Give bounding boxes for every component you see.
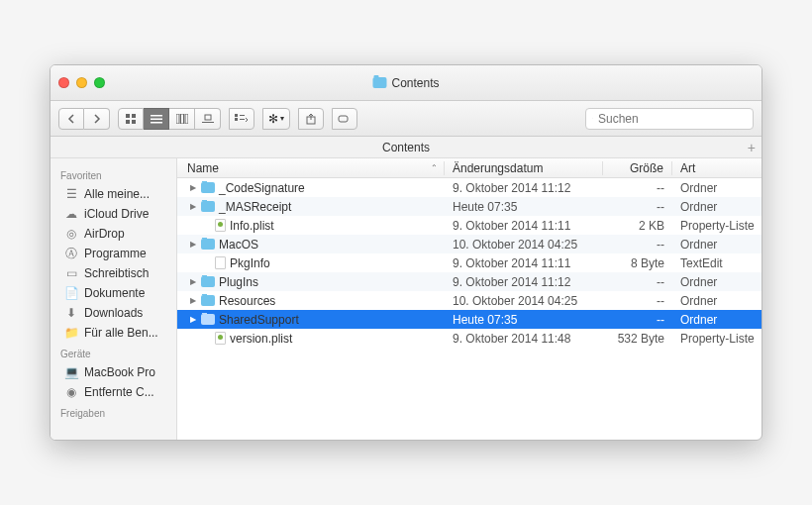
file-row[interactable]: version.plist9. Oktober 2014 11:48532 By… <box>177 329 761 348</box>
file-name: PlugIns <box>219 275 258 289</box>
file-size: 2 KB <box>603 219 672 233</box>
folder-icon <box>372 77 386 88</box>
svg-rect-13 <box>235 118 238 121</box>
gear-icon: ✻ <box>268 112 278 126</box>
file-date: Heute 07:35 <box>445 200 603 214</box>
file-kind: Ordner <box>672 181 761 195</box>
file-date: 10. Oktober 2014 04:25 <box>445 294 603 308</box>
disclosure-triangle-icon[interactable]: ▶ <box>189 296 197 305</box>
minimize-button[interactable] <box>76 77 87 88</box>
window-controls <box>58 77 105 88</box>
file-row[interactable]: ▶PlugIns9. Oktober 2014 11:12--Ordner <box>177 272 761 291</box>
svg-rect-2 <box>126 120 130 124</box>
sidebar-item[interactable]: ◎AirDrop <box>51 224 176 244</box>
sidebar-item[interactable]: ⬇Downloads <box>51 303 176 323</box>
toolbar: ✻▾ <box>51 101 761 137</box>
disclosure-triangle-icon[interactable]: ▶ <box>189 277 197 286</box>
sidebar-item[interactable]: ▭Schreibtisch <box>51 263 176 283</box>
sidebar-item-label: Entfernte C... <box>84 385 154 399</box>
sidebar-item[interactable]: ☁iCloud Drive <box>51 204 176 224</box>
airdrop-icon: ◎ <box>64 227 78 241</box>
sidebar-item[interactable]: 📁Für alle Ben... <box>51 323 176 343</box>
tags-button[interactable] <box>332 108 357 130</box>
new-tab-button[interactable]: + <box>748 140 756 155</box>
sidebar-item-label: AirDrop <box>84 227 125 241</box>
folder-icon <box>201 295 215 306</box>
plist-icon <box>215 219 226 232</box>
file-name: _MASReceipt <box>219 200 291 214</box>
file-size: 532 Byte <box>603 332 672 346</box>
tab-label[interactable]: Contents <box>382 141 430 154</box>
search-field[interactable] <box>585 108 754 130</box>
folder-icon <box>201 314 215 325</box>
file-name: PkgInfo <box>230 256 270 270</box>
column-size-header[interactable]: Größe <box>603 161 672 175</box>
svg-rect-8 <box>180 114 183 124</box>
column-view-button[interactable] <box>169 108 195 130</box>
search-input[interactable] <box>598 112 747 126</box>
file-size: -- <box>603 238 672 252</box>
disclosure-triangle-icon[interactable]: ▶ <box>189 240 197 249</box>
icon-view-button[interactable] <box>118 108 144 130</box>
file-kind: Ordner <box>672 200 761 214</box>
back-button[interactable] <box>58 108 84 130</box>
sidebar-item-label: MacBook Pro <box>84 365 155 379</box>
file-row[interactable]: ▶MacOS10. Oktober 2014 04:25--Ordner <box>177 235 761 253</box>
finder-window: Contents ✻▾ Contents <box>50 64 762 441</box>
coverflow-view-button[interactable] <box>195 108 221 130</box>
folder-icon <box>201 276 215 287</box>
sidebar-section-header: Favoriten <box>51 164 176 184</box>
sidebar-section-header: Geräte <box>51 343 176 362</box>
svg-rect-12 <box>235 114 238 117</box>
sidebar-item-label: Programme <box>84 247 147 260</box>
all-files-icon: ☰ <box>64 187 78 201</box>
action-button[interactable]: ✻▾ <box>262 108 290 130</box>
tab-bar: Contents + <box>51 137 761 158</box>
column-date-header[interactable]: Änderungsdatum <box>445 161 603 175</box>
laptop-icon: 💻 <box>64 365 78 379</box>
sort-indicator-icon: ⌃ <box>431 163 438 172</box>
file-row[interactable]: PkgInfo9. Oktober 2014 11:118 ByteTextEd… <box>177 253 761 272</box>
svg-rect-11 <box>202 122 214 123</box>
file-size: 8 Byte <box>603 256 672 270</box>
file-kind: TextEdit <box>672 256 761 270</box>
titlebar[interactable]: Contents <box>51 65 761 101</box>
svg-point-18 <box>592 118 593 119</box>
file-kind: Ordner <box>672 238 761 252</box>
svg-rect-6 <box>151 122 162 124</box>
file-name: _CodeSignature <box>219 181 305 195</box>
sidebar-item[interactable]: ◉Entfernte C... <box>51 382 176 402</box>
folder-icon: 📁 <box>64 326 78 340</box>
sidebar-item-label: iCloud Drive <box>84 207 149 221</box>
column-name-header[interactable]: Name⌃ <box>177 161 445 175</box>
share-button[interactable] <box>298 108 324 130</box>
file-row[interactable]: ▶SharedSupportHeute 07:35--Ordner <box>177 310 761 329</box>
file-date: 10. Oktober 2014 04:25 <box>445 238 603 252</box>
disclosure-triangle-icon[interactable]: ▶ <box>189 202 197 211</box>
desktop-icon: ▭ <box>64 266 78 280</box>
sidebar-item[interactable]: 💻MacBook Pro <box>51 362 176 382</box>
sidebar-item-label: Schreibtisch <box>84 266 149 280</box>
file-row[interactable]: ▶Resources10. Oktober 2014 04:25--Ordner <box>177 291 761 310</box>
list-view-button[interactable] <box>144 108 169 130</box>
zoom-button[interactable] <box>94 77 105 88</box>
sidebar-item-label: Dokumente <box>84 286 145 300</box>
disclosure-triangle-icon[interactable]: ▶ <box>189 183 197 192</box>
file-name: version.plist <box>230 332 292 346</box>
file-name: Info.plist <box>230 219 274 233</box>
file-size: -- <box>603 294 672 308</box>
forward-button[interactable] <box>84 108 110 130</box>
arrange-button[interactable] <box>229 108 254 130</box>
folder-icon <box>201 239 215 250</box>
column-kind-header[interactable]: Art <box>672 161 761 175</box>
file-row[interactable]: ▶_MASReceiptHeute 07:35--Ordner <box>177 197 761 216</box>
downloads-icon: ⬇ <box>64 306 78 320</box>
close-button[interactable] <box>58 77 69 88</box>
sidebar-item[interactable]: 📄Dokumente <box>51 283 176 303</box>
file-row[interactable]: ▶_CodeSignature9. Oktober 2014 11:12--Or… <box>177 178 761 197</box>
sidebar-item[interactable]: ☰Alle meine... <box>51 184 176 204</box>
svg-rect-3 <box>132 120 136 124</box>
sidebar-item[interactable]: ⒶProgramme <box>51 244 176 263</box>
file-row[interactable]: Info.plist9. Oktober 2014 11:112 KBPrope… <box>177 216 761 235</box>
disclosure-triangle-icon[interactable]: ▶ <box>189 315 197 324</box>
